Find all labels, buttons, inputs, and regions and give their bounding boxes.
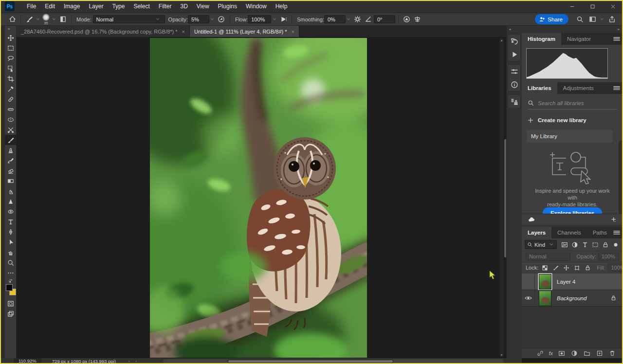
healing-brush-tool[interactable]	[5, 104, 17, 114]
delete-layer-button[interactable]	[608, 349, 616, 358]
remove-tool[interactable]	[5, 114, 17, 125]
screen-mode-button[interactable]	[5, 309, 17, 319]
menu-layer[interactable]: Layer	[84, 0, 108, 13]
filter-smart-objects-icon[interactable]	[601, 240, 610, 249]
crop-tool[interactable]	[5, 73, 17, 84]
layer-visibility-eye-icon[interactable]	[522, 290, 535, 307]
filter-shape-layers-icon[interactable]	[590, 240, 600, 249]
menu-edit[interactable]: Edit	[40, 0, 59, 13]
layer-row-background[interactable]: Background	[522, 290, 623, 307]
menu-select[interactable]: Select	[129, 0, 154, 13]
home-icon[interactable]	[7, 14, 18, 25]
gradient-tool[interactable]	[5, 176, 17, 186]
collapse-panels-button[interactable]: »	[522, 26, 623, 33]
new-group-button[interactable]	[583, 349, 591, 358]
add-layer-mask-button[interactable]	[557, 349, 566, 358]
scrollbar-thumb[interactable]	[228, 360, 393, 363]
scroll-down-icon[interactable]: ▼	[499, 353, 504, 357]
layer-name[interactable]: Layer 4	[557, 279, 575, 285]
layer-fill-field[interactable]: 100%	[607, 264, 623, 272]
export-icon[interactable]	[605, 14, 618, 25]
properties-panel-button[interactable]	[508, 65, 521, 78]
library-list-item[interactable]: My Library	[527, 130, 612, 143]
tab-close-icon[interactable]: ×	[292, 29, 294, 35]
menu-view[interactable]: View	[192, 0, 214, 13]
opacity-field[interactable]: 5%	[188, 15, 209, 23]
document-tab-1[interactable]: _28A7460-Recovered.psd @ 16.7% (Backgrou…	[17, 26, 190, 37]
histogram-tab-navigator[interactable]: Navigator	[561, 33, 597, 45]
layer-thumbnail[interactable]	[539, 291, 551, 306]
history-brush-tool[interactable]	[5, 155, 17, 165]
layers-tab-paths[interactable]: Paths	[587, 227, 613, 238]
actions-panel-button[interactable]	[508, 48, 521, 61]
layer-row-layer-4[interactable]: Layer 4	[522, 273, 623, 290]
blend-mode-select[interactable]: Normal	[526, 253, 570, 261]
lock-move-icon[interactable]	[562, 264, 570, 272]
filter-adjustment-layers-icon[interactable]	[570, 240, 579, 249]
symmetry-butterfly-icon[interactable]	[412, 14, 423, 25]
filter-filter-toggle-icon[interactable]	[611, 240, 620, 249]
layer-thumbnail[interactable]	[539, 274, 551, 290]
menu-3d[interactable]: 3D	[176, 0, 192, 13]
history-panel-button[interactable]	[508, 35, 521, 48]
close-button[interactable]	[603, 0, 623, 13]
layer-style-fx-button[interactable]: fx	[549, 350, 553, 356]
ellipsis-tool[interactable]	[5, 268, 17, 278]
workspace-switcher-icon[interactable]	[586, 14, 599, 25]
toolbar-collapse-button[interactable]: »	[5, 26, 10, 33]
airbrush-icon[interactable]	[278, 14, 289, 25]
lock-artboard-icon[interactable]	[573, 264, 581, 272]
quick-mask-button[interactable]	[5, 298, 17, 309]
scrollbar-track[interactable]	[499, 38, 504, 357]
pressure-opacity-icon[interactable]	[216, 14, 227, 25]
zoom-level-field[interactable]: 110.92%	[14, 358, 41, 364]
libraries-tab-adjustments[interactable]: Adjustments	[557, 82, 600, 94]
chevron-down-icon[interactable]	[35, 15, 41, 23]
brush-tool[interactable]	[5, 135, 17, 145]
object-selection-tool[interactable]	[5, 63, 17, 73]
search-icon[interactable]	[573, 14, 586, 25]
document-tab-2[interactable]: Untitled-1 @ 111% (Layer 4, RGB/8#) *×	[190, 26, 299, 37]
clone-stamp-tool[interactable]	[5, 145, 17, 155]
histogram-tab-histogram[interactable]: Histogram	[522, 33, 561, 45]
horizontal-scrollbar[interactable]	[163, 359, 504, 364]
filter-pixel-layers-icon[interactable]	[560, 240, 569, 249]
pen-tool[interactable]	[5, 227, 17, 237]
brush-settings-panel-toggle-icon[interactable]	[57, 14, 68, 25]
move-tool[interactable]	[5, 33, 17, 43]
burn-tool[interactable]	[5, 206, 17, 217]
libraries-tab-libraries[interactable]: Libraries	[522, 82, 557, 94]
chevron-down-icon[interactable]	[599, 15, 605, 23]
scrollbar-thumb[interactable]	[504, 139, 506, 258]
path-selection-tool[interactable]	[5, 237, 17, 247]
add-content-icon[interactable]	[611, 217, 617, 223]
library-search-field[interactable]: Search all libraries	[528, 100, 617, 109]
menu-filter[interactable]: Filter	[154, 0, 176, 13]
chevron-down-icon[interactable]	[51, 15, 57, 23]
layer-name[interactable]: Background	[557, 295, 586, 301]
expand-panels-button[interactable]: «	[507, 26, 522, 33]
hand-tool[interactable]	[5, 247, 17, 257]
maximize-button[interactable]	[582, 0, 603, 13]
content-aware-move-tool[interactable]	[5, 125, 17, 135]
swap-colors-icon[interactable]	[5, 279, 16, 284]
canvas-area[interactable]: ▲ ▼	[17, 37, 506, 358]
spot-healing-tool[interactable]	[5, 94, 17, 104]
lock-all-icon[interactable]	[584, 264, 591, 272]
smudge-tool[interactable]	[5, 186, 17, 196]
layers-tab-layers[interactable]: Layers	[522, 227, 551, 238]
lock-paint-icon[interactable]	[551, 264, 559, 272]
eraser-tool[interactable]	[5, 165, 17, 176]
status-next-icon[interactable]: ›	[128, 359, 130, 364]
clone-source-panel-button[interactable]	[508, 95, 521, 108]
filter-type-layers-icon[interactable]	[580, 240, 589, 249]
lasso-tool[interactable]	[5, 53, 17, 63]
brush-angle-field[interactable]: 0°	[374, 15, 395, 23]
layers-tab-channels[interactable]: Channels	[551, 227, 587, 238]
libraries-scrollbar[interactable]	[619, 141, 623, 214]
menu-file[interactable]: File	[22, 0, 40, 13]
marquee-tool[interactable]	[5, 43, 17, 53]
cached-data-warning-icon[interactable]	[599, 50, 606, 56]
document-image-owl[interactable]	[150, 38, 367, 358]
foreground-color-swatch[interactable]	[6, 284, 13, 291]
